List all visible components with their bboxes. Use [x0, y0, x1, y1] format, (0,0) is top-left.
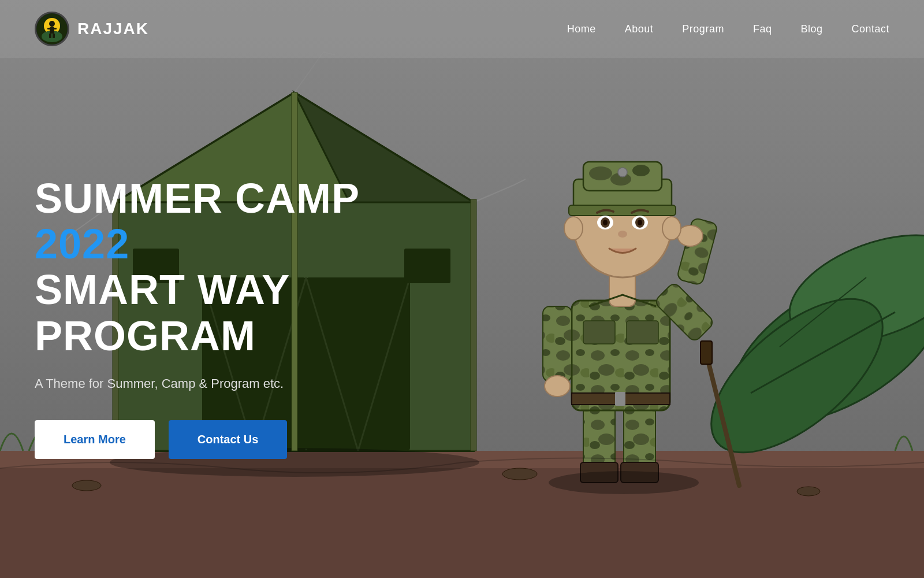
svg-rect-30 [471, 199, 476, 451]
svg-rect-53 [569, 205, 676, 216]
nav-home[interactable]: Home [567, 23, 596, 35]
svg-rect-81 [49, 34, 51, 38]
svg-point-59 [638, 220, 642, 225]
navbar: RAJJAK Home About Program Faq Blog Conta… [0, 0, 924, 58]
svg-rect-39 [627, 321, 658, 344]
svg-rect-40 [543, 306, 572, 381]
svg-rect-82 [53, 34, 55, 38]
brand-logo [35, 12, 69, 46]
svg-rect-78 [50, 27, 54, 34]
hero-content: SUMMER CAMP 2022 SMART WAY PROGRAM A The… [35, 176, 427, 459]
svg-point-52 [618, 168, 627, 177]
svg-point-71 [72, 480, 101, 491]
svg-point-70 [797, 487, 820, 496]
svg-point-50 [632, 165, 650, 176]
hero-buttons: Learn More Contact Us [35, 420, 427, 459]
svg-point-61 [564, 217, 583, 240]
nav-about[interactable]: About [625, 23, 654, 35]
svg-point-60 [618, 231, 627, 238]
svg-point-41 [545, 376, 570, 397]
svg-rect-38 [583, 321, 615, 344]
nav-links: Home About Program Faq Blog Contact [567, 23, 889, 35]
nav-blog[interactable]: Blog [800, 23, 822, 35]
svg-point-63 [549, 471, 699, 494]
svg-rect-73 [701, 341, 712, 364]
nav-faq[interactable]: Faq [753, 23, 772, 35]
brand-link[interactable]: RAJJAK [35, 12, 149, 46]
svg-rect-80 [53, 28, 57, 29]
svg-rect-37 [615, 392, 625, 406]
svg-rect-79 [47, 28, 51, 29]
hero-section: RAJJAK Home About Program Faq Blog Conta… [0, 0, 924, 578]
nav-contact[interactable]: Contact [851, 23, 889, 35]
svg-point-77 [49, 21, 55, 27]
learn-more-button[interactable]: Learn More [35, 420, 155, 459]
nav-program[interactable]: Program [682, 23, 724, 35]
contact-us-button[interactable]: Contact Us [169, 420, 288, 459]
svg-point-56 [603, 220, 608, 225]
svg-point-49 [589, 166, 612, 180]
hero-title-line1: SUMMER CAMP 2022 [35, 176, 427, 267]
hero-subtitle: A Theme for Summer, Camp & Program etc. [35, 376, 427, 391]
svg-point-69 [502, 468, 537, 480]
svg-point-62 [662, 217, 681, 240]
hero-title-line2: SMART WAY PROGRAM [35, 267, 427, 358]
brand-name: RAJJAK [77, 20, 149, 38]
